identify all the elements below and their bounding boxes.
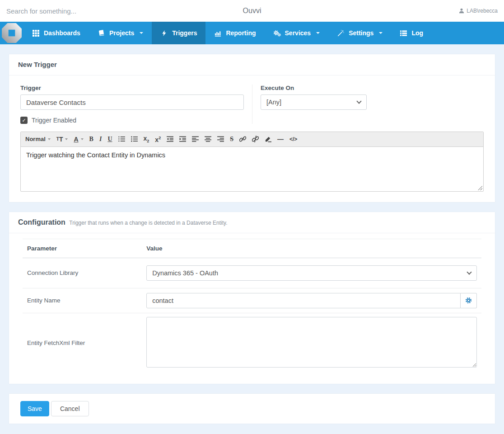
fetchxml-filter-textarea[interactable] xyxy=(146,317,477,368)
chevron-down-icon xyxy=(316,32,320,34)
wand-icon xyxy=(337,30,345,37)
nav-item-triggers[interactable]: Triggers xyxy=(152,22,205,44)
outdent-icon[interactable] xyxy=(167,136,173,142)
user-menu[interactable]: LAB\rebecca xyxy=(459,8,504,14)
editor-content[interactable]: Trigger watching the Contact Entity in D… xyxy=(21,147,483,191)
table-header-row: Parameter Value xyxy=(23,239,481,258)
parameter-label: Entity FetchXml Filter xyxy=(23,313,142,373)
trigger-column: Trigger ✓ Trigger Enabled xyxy=(20,85,252,124)
link-icon[interactable] xyxy=(239,136,246,142)
configuration-description: Trigger that runs when a change is detec… xyxy=(69,220,227,226)
parameter-label: Connection Library xyxy=(23,258,142,288)
user-name: LAB\rebecca xyxy=(467,8,498,14)
main-navigation: Dashboards Projects Triggers Reporting S xyxy=(0,22,504,44)
cancel-button[interactable]: Cancel xyxy=(51,401,89,416)
configuration-card: Configuration Trigger that runs when a c… xyxy=(9,212,495,384)
user-icon xyxy=(459,8,464,14)
nav-item-settings[interactable]: Settings xyxy=(328,22,391,44)
new-trigger-header: New Trigger xyxy=(9,54,495,75)
octagon-logo-icon xyxy=(1,23,22,43)
page-title: New Trigger xyxy=(18,61,57,68)
save-button[interactable]: Save xyxy=(20,401,49,416)
ordered-list-icon[interactable] xyxy=(118,136,125,142)
highlight-icon[interactable] xyxy=(265,136,271,142)
list-icon xyxy=(400,30,407,37)
caret-down-icon xyxy=(65,138,68,140)
bullet-list-icon[interactable] xyxy=(131,136,138,142)
table-row: Entity Name xyxy=(23,288,481,313)
configuration-header: Configuration Trigger that runs when a c… xyxy=(9,212,495,233)
new-trigger-body: Trigger ✓ Trigger Enabled Execute On [An… xyxy=(9,75,495,202)
form-actions: Save Cancel xyxy=(9,394,495,424)
configuration-title: Configuration xyxy=(18,218,65,226)
editor-text: Trigger watching the Contact Entity in D… xyxy=(26,151,165,159)
nav-item-projects[interactable]: Projects xyxy=(89,22,152,44)
nav-label: Projects xyxy=(109,29,134,37)
paragraph-style-dropdown[interactable]: Normal xyxy=(25,136,51,142)
unlink-icon[interactable] xyxy=(252,136,259,142)
cogs-icon xyxy=(273,29,281,37)
entity-name-input[interactable] xyxy=(146,293,461,308)
editor-toolbar: Normal TT A B I U xyxy=(21,132,483,147)
configuration-body: Parameter Value Connection Library Dynam… xyxy=(9,233,495,384)
gear-icon xyxy=(465,297,472,304)
table-row: Connection Library Dynamics 365 - OAuth xyxy=(23,258,481,288)
bold-icon[interactable]: B xyxy=(89,136,93,142)
nav-item-reporting[interactable]: Reporting xyxy=(205,22,264,44)
align-right-icon[interactable] xyxy=(217,136,224,142)
underline-icon[interactable]: U xyxy=(107,136,112,142)
nav-label: Settings xyxy=(349,29,373,37)
new-trigger-card: New Trigger Trigger ✓ Trigger Enabled Ex… xyxy=(9,54,495,202)
entity-name-group xyxy=(146,293,477,308)
font-color-icon[interactable]: A xyxy=(74,136,83,142)
align-left-icon[interactable] xyxy=(192,136,199,142)
parameter-column-header: Parameter xyxy=(23,239,142,258)
execute-on-label: Execute On xyxy=(261,85,484,91)
font-size-icon[interactable]: TT xyxy=(56,136,68,142)
entity-name-settings-button[interactable] xyxy=(461,293,477,308)
trigger-enabled-checkbox[interactable]: ✓ Trigger Enabled xyxy=(20,117,244,124)
checkbox-checked-icon[interactable]: ✓ xyxy=(20,117,28,124)
bolt-icon xyxy=(160,30,168,37)
code-view-icon[interactable]: </> xyxy=(289,137,297,142)
nav-label: Dashboards xyxy=(44,29,80,37)
indent-icon[interactable] xyxy=(179,136,186,142)
top-bar: Ouvvi LAB\rebecca xyxy=(0,0,504,22)
app-title: Ouvvi xyxy=(243,7,261,15)
horizontal-rule-icon[interactable]: — xyxy=(277,136,284,142)
parameter-table: Parameter Value Connection Library Dynam… xyxy=(23,239,481,373)
table-row: Entity FetchXml Filter xyxy=(23,313,481,373)
bar-chart-icon xyxy=(214,30,222,37)
align-center-icon[interactable] xyxy=(205,136,211,142)
description-editor: Normal TT A B I U xyxy=(20,132,484,192)
execute-on-select-wrap: [Any] xyxy=(261,94,367,110)
page-content: New Trigger Trigger ✓ Trigger Enabled Ex… xyxy=(0,54,504,424)
connection-library-select-wrap: Dynamics 365 - OAuth xyxy=(146,265,477,281)
nav-label: Triggers xyxy=(172,29,197,37)
value-column-header: Value xyxy=(142,239,481,258)
strikethrough-icon[interactable]: S xyxy=(230,136,233,142)
ouvvi-logo[interactable] xyxy=(0,22,23,44)
subscript-icon[interactable]: x2 xyxy=(144,135,149,143)
trigger-name-input[interactable] xyxy=(20,94,244,110)
execute-on-column: Execute On [Any] xyxy=(252,85,484,124)
parameter-label: Entity Name xyxy=(23,288,142,313)
resize-handle[interactable] xyxy=(478,186,482,190)
execute-on-select[interactable]: [Any] xyxy=(261,94,367,110)
italic-icon[interactable]: I xyxy=(99,136,102,142)
superscript-icon[interactable]: x2 xyxy=(155,136,161,143)
book-icon xyxy=(97,29,106,37)
caret-down-icon xyxy=(48,138,51,140)
search-input[interactable] xyxy=(0,7,190,15)
grid-icon xyxy=(32,30,40,37)
trigger-enabled-label: Trigger Enabled xyxy=(32,117,76,124)
nav-item-dashboards[interactable]: Dashboards xyxy=(23,22,89,44)
nav-item-log[interactable]: Log xyxy=(391,22,432,44)
connection-library-select[interactable]: Dynamics 365 - OAuth xyxy=(146,265,477,281)
caret-down-icon xyxy=(81,138,84,140)
trigger-name-label: Trigger xyxy=(20,85,244,91)
chevron-down-icon xyxy=(379,32,383,34)
nav-item-services[interactable]: Services xyxy=(265,22,329,44)
nav-label: Reporting xyxy=(226,29,256,37)
nav-label: Services xyxy=(285,29,311,37)
